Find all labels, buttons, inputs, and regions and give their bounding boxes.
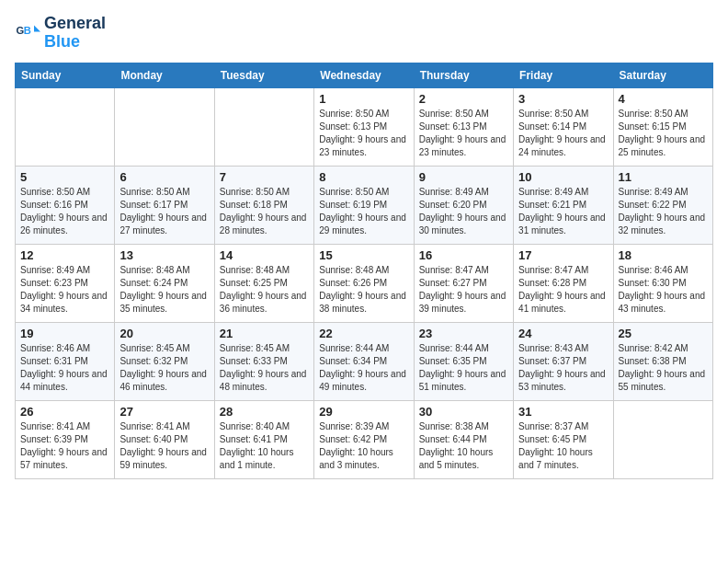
day-detail: Sunrise: 8:46 AMSunset: 6:31 PMDaylight:… [20,342,109,394]
day-detail: Sunrise: 8:38 AMSunset: 6:44 PMDaylight:… [419,420,508,472]
day-number: 20 [119,327,209,340]
day-detail: Sunrise: 8:50 AMSunset: 6:19 PMDaylight:… [319,186,408,237]
weekday-header-friday: Friday [514,63,613,87]
page-header: G B GeneralBlue [15,15,713,52]
day-detail: Sunrise: 8:50 AMSunset: 6:13 PMDaylight:… [319,108,408,159]
day-number: 26 [20,405,109,419]
day-detail: Sunrise: 8:49 AMSunset: 6:22 PMDaylight:… [619,186,708,237]
day-number: 1 [319,92,408,106]
calendar-week-4: 19Sunrise: 8:46 AMSunset: 6:31 PMDayligh… [16,322,713,400]
calendar-cell: 6Sunrise: 8:50 AMSunset: 6:17 PMDaylight… [115,166,214,244]
weekday-header-sunday: Sunday [16,63,115,87]
day-number: 14 [220,248,309,262]
calendar-week-3: 12Sunrise: 8:49 AMSunset: 6:23 PMDayligh… [16,244,713,322]
day-number: 19 [20,327,109,340]
calendar-cell: 16Sunrise: 8:47 AMSunset: 6:27 PMDayligh… [414,244,513,322]
calendar-cell: 15Sunrise: 8:48 AMSunset: 6:26 PMDayligh… [314,244,414,322]
day-number: 8 [319,170,408,184]
day-detail: Sunrise: 8:39 AMSunset: 6:42 PMDaylight:… [319,420,408,472]
day-number: 2 [419,92,508,106]
day-number: 22 [319,327,408,340]
calendar-week-2: 5Sunrise: 8:50 AMSunset: 6:16 PMDaylight… [16,166,713,244]
day-detail: Sunrise: 8:45 AMSunset: 6:33 PMDaylight:… [220,342,309,394]
calendar-cell [214,87,313,166]
day-number: 24 [518,327,608,340]
calendar-cell: 23Sunrise: 8:44 AMSunset: 6:35 PMDayligh… [414,322,513,400]
calendar-cell: 1Sunrise: 8:50 AMSunset: 6:13 PMDaylight… [314,87,414,166]
calendar-table: SundayMondayTuesdayWednesdayThursdayFrid… [15,63,713,479]
day-number: 5 [20,170,109,184]
calendar-cell: 4Sunrise: 8:50 AMSunset: 6:15 PMDaylight… [613,87,712,166]
day-detail: Sunrise: 8:50 AMSunset: 6:14 PMDaylight:… [518,108,608,159]
calendar-cell: 22Sunrise: 8:44 AMSunset: 6:34 PMDayligh… [314,322,414,400]
svg-marker-2 [34,25,40,31]
day-detail: Sunrise: 8:46 AMSunset: 6:30 PMDaylight:… [619,264,708,316]
calendar-cell: 21Sunrise: 8:45 AMSunset: 6:33 PMDayligh… [214,322,313,400]
day-number: 23 [419,327,508,340]
day-detail: Sunrise: 8:47 AMSunset: 6:28 PMDaylight:… [518,264,608,316]
day-detail: Sunrise: 8:48 AMSunset: 6:24 PMDaylight:… [119,264,209,316]
day-number: 9 [419,170,508,184]
calendar-cell: 11Sunrise: 8:49 AMSunset: 6:22 PMDayligh… [613,166,712,244]
calendar-cell [16,87,115,166]
day-number: 6 [119,170,209,184]
day-number: 28 [220,405,309,419]
calendar-cell: 2Sunrise: 8:50 AMSunset: 6:13 PMDaylight… [414,87,513,166]
day-detail: Sunrise: 8:49 AMSunset: 6:23 PMDaylight:… [20,264,109,316]
day-number: 7 [220,170,309,184]
day-detail: Sunrise: 8:41 AMSunset: 6:39 PMDaylight:… [20,420,109,472]
calendar-cell: 28Sunrise: 8:40 AMSunset: 6:41 PMDayligh… [214,400,313,478]
weekday-header-monday: Monday [115,63,214,87]
svg-text:B: B [24,25,31,36]
calendar-cell: 19Sunrise: 8:46 AMSunset: 6:31 PMDayligh… [16,322,115,400]
day-detail: Sunrise: 8:48 AMSunset: 6:25 PMDaylight:… [220,264,309,316]
calendar-cell [115,87,214,166]
calendar-cell: 26Sunrise: 8:41 AMSunset: 6:39 PMDayligh… [16,400,115,478]
calendar-cell: 17Sunrise: 8:47 AMSunset: 6:28 PMDayligh… [514,244,613,322]
logo-text: GeneralBlue [44,15,106,52]
calendar-cell: 20Sunrise: 8:45 AMSunset: 6:32 PMDayligh… [115,322,214,400]
calendar-cell: 9Sunrise: 8:49 AMSunset: 6:20 PMDaylight… [414,166,513,244]
calendar-cell: 29Sunrise: 8:39 AMSunset: 6:42 PMDayligh… [314,400,414,478]
day-detail: Sunrise: 8:49 AMSunset: 6:20 PMDaylight:… [419,186,508,237]
day-number: 25 [619,327,708,340]
day-detail: Sunrise: 8:50 AMSunset: 6:15 PMDaylight:… [619,108,708,159]
day-detail: Sunrise: 8:45 AMSunset: 6:32 PMDaylight:… [119,342,209,394]
day-number: 4 [619,92,708,106]
day-detail: Sunrise: 8:43 AMSunset: 6:37 PMDaylight:… [518,342,608,394]
day-number: 12 [20,248,109,262]
day-detail: Sunrise: 8:41 AMSunset: 6:40 PMDaylight:… [119,420,209,472]
weekday-header-saturday: Saturday [613,63,712,87]
day-detail: Sunrise: 8:50 AMSunset: 6:16 PMDaylight:… [20,186,109,237]
day-number: 18 [619,248,708,262]
calendar-cell: 12Sunrise: 8:49 AMSunset: 6:23 PMDayligh… [16,244,115,322]
calendar-cell: 3Sunrise: 8:50 AMSunset: 6:14 PMDaylight… [514,87,613,166]
day-detail: Sunrise: 8:50 AMSunset: 6:18 PMDaylight:… [220,186,309,237]
day-number: 17 [518,248,608,262]
calendar-cell: 7Sunrise: 8:50 AMSunset: 6:18 PMDaylight… [214,166,313,244]
day-detail: Sunrise: 8:44 AMSunset: 6:35 PMDaylight:… [419,342,508,394]
calendar-cell: 8Sunrise: 8:50 AMSunset: 6:19 PMDaylight… [314,166,414,244]
day-detail: Sunrise: 8:48 AMSunset: 6:26 PMDaylight:… [319,264,408,316]
weekday-header-tuesday: Tuesday [214,63,313,87]
logo-icon: G B [15,20,40,46]
calendar-cell: 25Sunrise: 8:42 AMSunset: 6:38 PMDayligh… [613,322,712,400]
day-detail: Sunrise: 8:50 AMSunset: 6:17 PMDaylight:… [119,186,209,237]
calendar-cell: 14Sunrise: 8:48 AMSunset: 6:25 PMDayligh… [214,244,313,322]
day-number: 30 [419,405,508,419]
day-detail: Sunrise: 8:40 AMSunset: 6:41 PMDaylight:… [220,420,309,472]
calendar-cell: 24Sunrise: 8:43 AMSunset: 6:37 PMDayligh… [514,322,613,400]
calendar-cell: 5Sunrise: 8:50 AMSunset: 6:16 PMDaylight… [16,166,115,244]
day-number: 11 [619,170,708,184]
day-detail: Sunrise: 8:47 AMSunset: 6:27 PMDaylight:… [419,264,508,316]
calendar-cell: 31Sunrise: 8:37 AMSunset: 6:45 PMDayligh… [514,400,613,478]
day-number: 21 [220,327,309,340]
day-detail: Sunrise: 8:49 AMSunset: 6:21 PMDaylight:… [518,186,608,237]
calendar-cell: 30Sunrise: 8:38 AMSunset: 6:44 PMDayligh… [414,400,513,478]
calendar-cell: 13Sunrise: 8:48 AMSunset: 6:24 PMDayligh… [115,244,214,322]
day-number: 31 [518,405,608,419]
day-number: 10 [518,170,608,184]
calendar-cell: 18Sunrise: 8:46 AMSunset: 6:30 PMDayligh… [613,244,712,322]
calendar-week-5: 26Sunrise: 8:41 AMSunset: 6:39 PMDayligh… [16,400,713,478]
day-detail: Sunrise: 8:37 AMSunset: 6:45 PMDaylight:… [518,420,608,472]
